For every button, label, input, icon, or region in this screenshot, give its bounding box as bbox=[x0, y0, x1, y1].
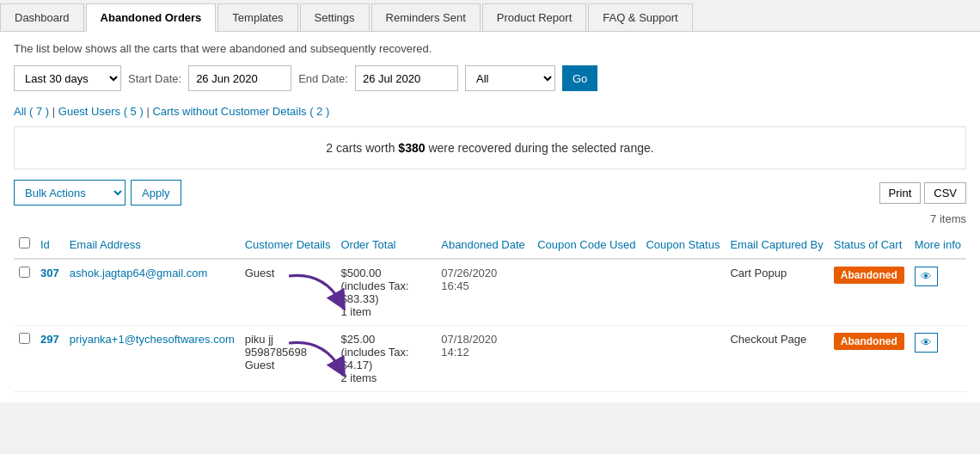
guest-filter-link[interactable]: Guest Users ( 5 ) bbox=[58, 105, 144, 118]
total-307: $500.00 (includes Tax: $83.33)1 item bbox=[335, 259, 436, 326]
col-email-captured: Email Captured By bbox=[725, 230, 828, 259]
table-body: 307ashok.jagtap64@gmail.comGuest$500.00 … bbox=[14, 259, 966, 392]
go-button[interactable]: Go bbox=[562, 65, 597, 91]
coupon-code-297 bbox=[532, 326, 640, 392]
cart-status-297: Abandoned bbox=[829, 326, 910, 392]
email-297[interactable]: priyanka+1@tychesoftwares.com bbox=[70, 333, 235, 346]
nav-tab-settings[interactable]: Settings bbox=[300, 3, 370, 31]
filter-links: All ( 7 ) | Guest Users ( 5 ) | Carts wi… bbox=[14, 105, 966, 118]
all-filter-link[interactable]: All ( 7 ) bbox=[14, 105, 49, 118]
col-cb[interactable] bbox=[14, 230, 35, 259]
select-all-checkbox[interactable] bbox=[19, 237, 30, 248]
nav-tabs: DashboardAbandoned OrdersTemplatesSettin… bbox=[0, 0, 980, 32]
more-info-297: 👁 bbox=[910, 326, 966, 392]
no-details-filter-link[interactable]: Carts without Customer Details ( 2 ) bbox=[152, 105, 329, 118]
print-button[interactable]: Print bbox=[879, 182, 922, 204]
table-header-row: IdEmail AddressCustomer DetailsOrder Tot… bbox=[14, 230, 966, 259]
row-checkbox-307[interactable] bbox=[19, 267, 30, 278]
view-button-297[interactable]: 👁 bbox=[915, 333, 938, 353]
main-content: The list below shows all the carts that … bbox=[0, 32, 980, 402]
email-captured-297: Checkout Page bbox=[725, 326, 828, 392]
col-date: Abandoned Date bbox=[436, 230, 532, 259]
cart-status-307: Abandoned bbox=[829, 259, 910, 326]
filter-row: Last 30 daysLast 7 daysLast 14 daysLast … bbox=[14, 65, 966, 91]
end-date-input[interactable] bbox=[355, 65, 458, 91]
csv-button[interactable]: CSV bbox=[924, 182, 966, 204]
description: The list below shows all the carts that … bbox=[14, 42, 966, 55]
recovery-text-pre: 2 carts worth bbox=[326, 141, 398, 155]
status-select[interactable]: AllAbandonedRecoveredLost bbox=[465, 65, 555, 91]
actions-row: Bulk ActionsDelete Apply Print CSV bbox=[14, 180, 966, 206]
col-more-info: More info bbox=[910, 230, 966, 259]
table-row: 297priyanka+1@tychesoftwares.compiku jj9… bbox=[14, 326, 966, 392]
nav-tab-dashboard[interactable]: Dashboard bbox=[0, 3, 84, 31]
print-csv-group: Print CSV bbox=[879, 182, 966, 204]
start-date-input[interactable] bbox=[188, 65, 291, 91]
end-date-label: End Date: bbox=[298, 72, 348, 85]
orders-table: IdEmail AddressCustomer DetailsOrder Tot… bbox=[14, 230, 966, 392]
order-id-297[interactable]: 297 bbox=[40, 333, 59, 346]
col-total: Order Total bbox=[335, 230, 436, 259]
nav-tab-templates[interactable]: Templates bbox=[217, 3, 297, 31]
view-button-307[interactable]: 👁 bbox=[915, 267, 938, 286]
bulk-actions-select[interactable]: Bulk ActionsDelete bbox=[14, 180, 126, 206]
status-badge-297: Abandoned bbox=[834, 333, 904, 350]
recovery-banner: 2 carts worth $380 were recovered during… bbox=[14, 126, 966, 169]
nav-tab-product-report[interactable]: Product Report bbox=[482, 3, 586, 31]
date-297: 07/18/2020 14:12 bbox=[436, 326, 532, 392]
more-info-307: 👁 bbox=[910, 259, 966, 326]
table-row: 307ashok.jagtap64@gmail.comGuest$500.00 … bbox=[14, 259, 966, 326]
nav-tab-reminders-sent[interactable]: Reminders Sent bbox=[371, 3, 481, 31]
date-307: 07/26/2020 16:45 bbox=[436, 259, 532, 326]
customer-307: Guest bbox=[240, 259, 336, 326]
recovery-text-post: were recovered during the selected range… bbox=[426, 141, 654, 155]
apply-button[interactable]: Apply bbox=[131, 180, 181, 206]
email-captured-307: Cart Popup bbox=[725, 259, 828, 326]
coupon-status-297 bbox=[640, 326, 725, 392]
table-header: IdEmail AddressCustomer DetailsOrder Tot… bbox=[14, 230, 966, 259]
eye-icon: 👁 bbox=[921, 336, 932, 349]
col-email: Email Address bbox=[64, 230, 240, 259]
col-id: Id bbox=[35, 230, 64, 259]
eye-icon: 👁 bbox=[921, 270, 932, 283]
start-date-label: Start Date: bbox=[128, 72, 181, 85]
col-status: Status of Cart bbox=[829, 230, 910, 259]
recovery-amount: $380 bbox=[398, 141, 425, 155]
coupon-code-307 bbox=[532, 259, 640, 326]
nav-tab-faq-support[interactable]: FAQ & Support bbox=[588, 3, 692, 31]
nav-tab-abandoned-orders[interactable]: Abandoned Orders bbox=[86, 3, 217, 32]
col-coupon-code: Coupon Code Used bbox=[532, 230, 640, 259]
actions-left: Bulk ActionsDelete Apply bbox=[14, 180, 181, 206]
col-customer: Customer Details bbox=[240, 230, 336, 259]
coupon-status-307 bbox=[640, 259, 725, 326]
order-id-307[interactable]: 307 bbox=[40, 267, 59, 279]
row-checkbox-297[interactable] bbox=[19, 333, 30, 344]
customer-297: piku jj9598785698Guest bbox=[240, 326, 336, 392]
period-select[interactable]: Last 30 daysLast 7 daysLast 14 daysLast … bbox=[14, 65, 121, 91]
col-coupon-status: Coupon Status bbox=[640, 230, 725, 259]
email-307[interactable]: ashok.jagtap64@gmail.com bbox=[70, 267, 208, 279]
status-badge-307: Abandoned bbox=[834, 267, 904, 284]
items-count: 7 items bbox=[930, 212, 966, 225]
total-297: $25.00 (includes Tax: $4.17)2 items bbox=[335, 326, 436, 392]
